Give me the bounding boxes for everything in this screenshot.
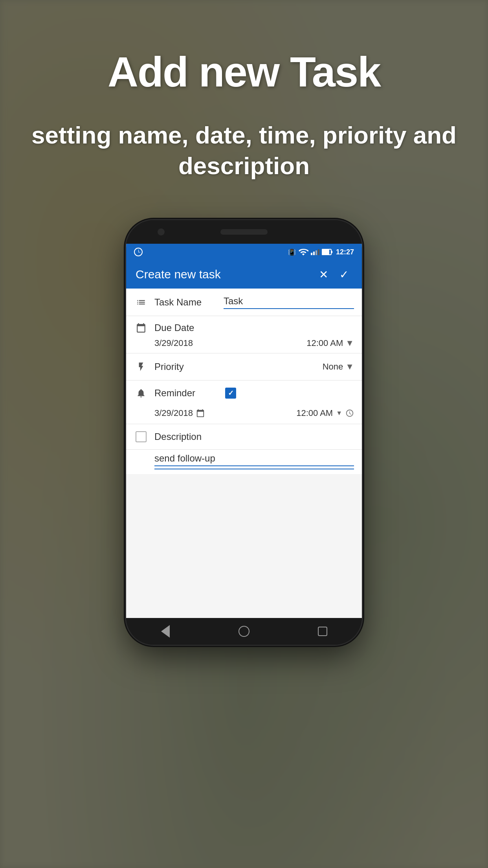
- form-content: Task Name Due Date 3/29/2018: [126, 289, 362, 618]
- task-name-label: Task Name: [154, 297, 217, 308]
- task-name-input[interactable]: [224, 296, 354, 309]
- check-icon: ✓: [339, 268, 349, 281]
- reminder-label: Reminder: [154, 388, 217, 399]
- description-section: Description: [126, 424, 362, 450]
- description-input-area: send follow-up: [126, 450, 362, 474]
- home-icon: [238, 626, 250, 637]
- confirm-button[interactable]: ✓: [335, 266, 352, 283]
- due-time-value: 12:00 AM: [306, 338, 343, 348]
- status-left: [134, 248, 143, 256]
- clock-icon: [134, 248, 143, 256]
- task-name-icon: [134, 295, 148, 309]
- status-bar: 📳: [126, 244, 362, 260]
- phone-bottom-nav: [126, 618, 362, 645]
- nav-home-button[interactable]: [232, 620, 256, 643]
- reminder-icon: [134, 386, 148, 400]
- due-date-row: Due Date 3/29/2018 12:00 AM ▼: [126, 316, 362, 353]
- phone-top-bar: [126, 220, 362, 244]
- reminder-time[interactable]: 12:00 AM ▼: [296, 408, 354, 418]
- due-time-arrow: ▼: [345, 338, 354, 348]
- priority-arrow: ▼: [345, 362, 354, 372]
- status-time: 12:27: [336, 248, 354, 256]
- calendar-icon: [134, 321, 148, 335]
- due-date-bottom: 3/29/2018 12:00 AM ▼: [134, 338, 354, 348]
- reminder-checkbox[interactable]: [225, 388, 236, 399]
- main-title: Add new Task: [108, 47, 380, 96]
- description-input[interactable]: send follow-up: [154, 453, 354, 466]
- phone-camera: [158, 228, 165, 235]
- svg-rect-2: [331, 251, 332, 253]
- nav-recents-button[interactable]: [311, 620, 334, 643]
- form-empty-space: [126, 474, 362, 553]
- task-name-row: Task Name: [126, 289, 362, 316]
- status-right: 📳: [288, 247, 354, 257]
- reminder-bottom: 3/29/2018 12:00 AM ▼: [126, 406, 362, 424]
- priority-row: Priority None ▼: [126, 353, 362, 381]
- due-time-dropdown[interactable]: 12:00 AM ▼: [306, 338, 354, 348]
- description-label: Description: [154, 431, 217, 442]
- recents-icon: [318, 627, 327, 636]
- reminder-section: Reminder 3/29/2018 12:00 AM ▼: [126, 381, 362, 424]
- signal-icon: [311, 249, 319, 255]
- reminder-date[interactable]: 3/29/2018: [154, 408, 205, 418]
- priority-value: None: [323, 362, 343, 372]
- priority-label: Priority: [154, 361, 217, 372]
- battery-icon: [322, 249, 333, 255]
- reminder-top: Reminder: [126, 381, 362, 406]
- back-icon: [161, 625, 170, 638]
- due-date-label: Due Date: [154, 322, 217, 333]
- reminder-time-dropdown-arrow: ▼: [336, 410, 342, 417]
- due-date-value[interactable]: 3/29/2018: [154, 338, 193, 348]
- wifi-icon: [298, 247, 308, 257]
- phone-screen: 📳: [126, 244, 362, 618]
- app-header: Create new task ✕ ✓: [126, 260, 362, 289]
- phone-speaker: [220, 229, 268, 235]
- phone-mockup: 📳: [126, 220, 362, 645]
- svg-rect-1: [322, 250, 329, 254]
- nav-back-button[interactable]: [154, 620, 177, 643]
- subtitle: setting name, date, time, priority and d…: [0, 120, 488, 181]
- vibrate-icon: 📳: [288, 248, 296, 256]
- close-icon: ✕: [319, 268, 328, 281]
- app-header-title: Create new task: [136, 268, 312, 281]
- description-top: Description: [134, 430, 354, 444]
- priority-icon: [134, 360, 148, 374]
- priority-dropdown[interactable]: None ▼: [323, 362, 354, 372]
- description-icon: [134, 430, 148, 444]
- reminder-time-value: 12:00 AM: [296, 408, 333, 418]
- close-button[interactable]: ✕: [315, 266, 332, 283]
- due-date-top: Due Date: [134, 321, 354, 335]
- description-checkbox[interactable]: [136, 431, 147, 442]
- reminder-date-value: 3/29/2018: [154, 408, 193, 418]
